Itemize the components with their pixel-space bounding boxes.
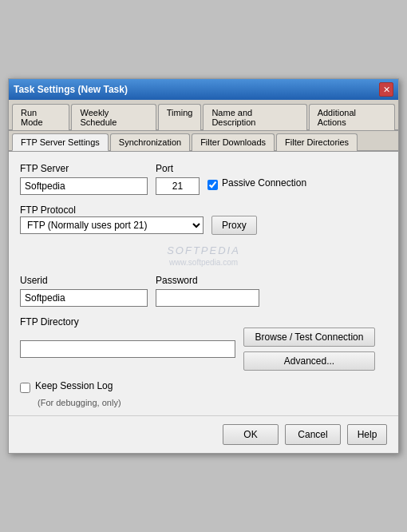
password-label: Password — [156, 275, 259, 286]
userid-label: Userid — [20, 275, 148, 286]
ftp-server-input[interactable] — [20, 177, 148, 195]
tab-run-mode[interactable]: Run Mode — [12, 104, 69, 130]
password-input[interactable] — [156, 289, 259, 307]
keep-session-log-row: Keep Session Log — [20, 380, 387, 395]
ftp-directory-input[interactable] — [20, 340, 235, 358]
bottom-bar: OK Cancel Help — [9, 415, 398, 453]
tab-weekly-schedule[interactable]: Weekly Schedule — [71, 104, 156, 130]
tab-filter-downloads[interactable]: Filter Downloads — [192, 133, 275, 151]
userid-col: Userid — [20, 275, 148, 307]
tab-synchronization[interactable]: Synchronization — [110, 133, 190, 151]
watermark: SOFTPEDIA — [20, 244, 387, 256]
content-area: FTP Server Port Passive Connection FTP P… — [9, 152, 398, 415]
ftp-directory-label: FTP Directory — [20, 316, 79, 328]
main-window: Task Settings (New Task) ✕ Run Mode Week… — [8, 78, 399, 454]
tab-ftp-server-settings[interactable]: FTP Server Settings — [12, 133, 109, 151]
port-label: Port — [156, 163, 200, 174]
ftp-protocol-select[interactable]: FTP (Normally uses port 21) FTPS (SSL/TL… — [20, 216, 204, 234]
ftp-protocol-label: FTP Protocol — [20, 204, 76, 216]
tabs-row1: Run Mode Weekly Schedule Timing Name and… — [9, 100, 398, 131]
tab-additional-actions[interactable]: Additional Actions — [309, 104, 395, 130]
userid-input[interactable] — [20, 289, 148, 307]
passive-connection-label: Passive Connection — [222, 177, 306, 189]
protocol-row: FTP (Normally uses port 21) FTPS (SSL/TL… — [20, 216, 387, 235]
close-button[interactable]: ✕ — [379, 82, 393, 97]
cancel-button[interactable]: Cancel — [285, 424, 341, 445]
userid-password-row: Userid Password — [20, 275, 387, 307]
tab-timing[interactable]: Timing — [158, 104, 202, 130]
advanced-button[interactable]: Advanced... — [243, 351, 375, 371]
ftp-protocol-group: FTP Protocol FTP (Normally uses port 21)… — [20, 204, 387, 235]
browse-test-connection-button[interactable]: Browse / Test Connection — [243, 328, 375, 347]
server-port-row: FTP Server Port Passive Connection — [20, 163, 387, 195]
proxy-button[interactable]: Proxy — [211, 216, 257, 235]
ftp-server-col: FTP Server — [20, 163, 148, 195]
title-bar: Task Settings (New Task) ✕ — [9, 79, 398, 100]
window-title: Task Settings (New Task) — [14, 84, 128, 95]
directory-row: Browse / Test Connection Advanced... — [20, 328, 387, 371]
right-buttons: Browse / Test Connection Advanced... — [243, 328, 375, 371]
passive-connection-checkbox[interactable] — [207, 180, 218, 190]
tab-name-description[interactable]: Name and Description — [203, 104, 306, 130]
password-col: Password — [156, 275, 259, 307]
passive-connection-row: Passive Connection — [207, 177, 306, 192]
ok-button[interactable]: OK — [223, 424, 279, 445]
ftp-server-label: FTP Server — [20, 163, 148, 174]
ftp-directory-group: FTP Directory Browse / Test Connection A… — [20, 316, 387, 371]
port-col: Port — [156, 163, 200, 195]
tab-filter-directories[interactable]: Filter Directories — [276, 133, 358, 151]
debug-note: (For debugging, only) — [38, 398, 387, 407]
watermark-url: www.softpedia.com — [20, 258, 387, 267]
help-button[interactable]: Help — [347, 424, 387, 445]
keep-session-log-checkbox[interactable] — [20, 383, 30, 393]
port-input[interactable] — [156, 177, 200, 195]
tabs-row2: FTP Server Settings Synchronization Filt… — [9, 131, 398, 152]
keep-session-log-label: Keep Session Log — [35, 380, 113, 391]
